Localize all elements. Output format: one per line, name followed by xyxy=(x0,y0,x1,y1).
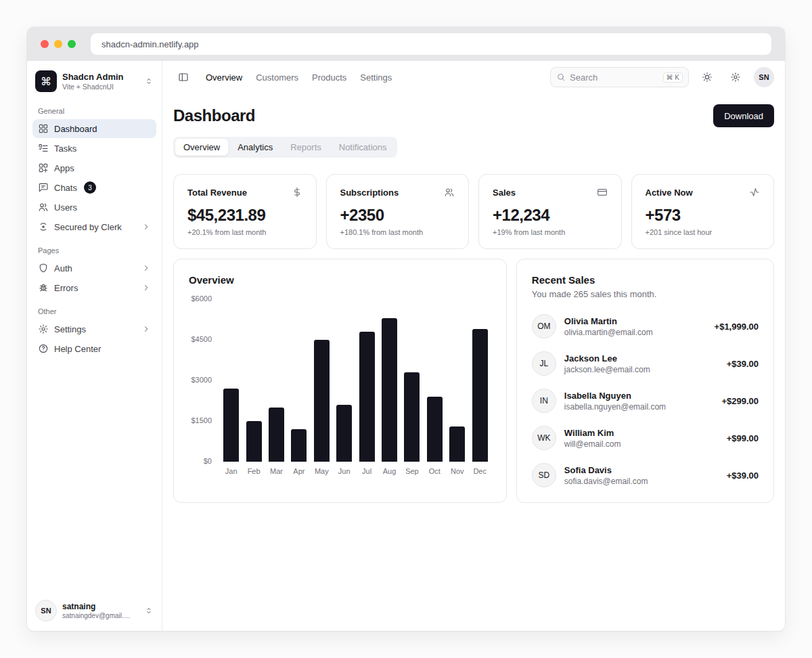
settings-button[interactable] xyxy=(725,67,746,87)
list-item: JL Jackson Lee jackson.lee@email.com +$3… xyxy=(532,351,759,376)
stat-card-active-now: Active Now +573 +201 since last hour xyxy=(631,174,775,249)
stats-row: Total Revenue $45,231.89 +20.1% from las… xyxy=(173,174,774,249)
list-item: IN Isabella Nguyen isabella.nguyen@email… xyxy=(532,389,759,413)
sale-email: olivia.martin@email.com xyxy=(564,328,653,337)
sale-name: William Kim xyxy=(564,428,621,438)
avatar: OM xyxy=(532,314,556,338)
sale-amount: +$1,999.00 xyxy=(715,322,759,332)
sun-icon xyxy=(702,72,713,83)
stat-change: +20.1% from last month xyxy=(187,228,302,236)
window-close-button[interactable] xyxy=(41,40,49,48)
gear-icon xyxy=(38,324,49,334)
bar-chart: $6000$4500$3000$1500$0 JanFebMarAprMayJu… xyxy=(189,299,491,475)
sidebar-item-tasks[interactable]: Tasks xyxy=(32,139,156,158)
sidebar-item-label: Users xyxy=(54,202,77,213)
sidebar-item-users[interactable]: Users xyxy=(32,198,156,217)
sidebar-item-apps[interactable]: Apps xyxy=(32,158,156,177)
sidebar-item-label: Dashboard xyxy=(54,124,97,134)
sidebar-item-secured-by-clerk[interactable]: Secured by Clerk xyxy=(32,217,156,236)
profile-avatar[interactable]: SN xyxy=(754,67,774,87)
recent-sales-list: OM Olivia Martin olivia.martin@email.com… xyxy=(532,314,759,487)
sidebar-section-other: Other xyxy=(32,298,156,320)
x-axis-label: Nov xyxy=(451,467,464,475)
chart-bar-mar: Mar xyxy=(265,299,288,475)
chart-bar-nov: Nov xyxy=(446,299,468,475)
chart-bar-aug: Aug xyxy=(378,299,401,475)
x-axis-label: May xyxy=(315,467,329,475)
chart-bar-sep: Sep xyxy=(401,299,423,475)
sale-name: Isabella Nguyen xyxy=(564,391,666,401)
sidebar-item-dashboard[interactable]: Dashboard xyxy=(32,119,156,138)
x-axis-label: Dec xyxy=(473,467,487,475)
chart-bar-jul: Jul xyxy=(355,299,378,475)
recent-sales-title: Recent Sales xyxy=(532,274,759,286)
sale-email: jackson.lee@email.com xyxy=(564,365,650,374)
theme-toggle-button[interactable] xyxy=(697,67,717,87)
desktop-background: shadcn-admin.netlify.app ⌘ Shadcn Admin … xyxy=(0,0,812,658)
tab-analytics[interactable]: Analytics xyxy=(229,139,281,156)
window-zoom-button[interactable] xyxy=(68,40,76,48)
stat-title: Active Now xyxy=(646,188,693,198)
credit-card-icon xyxy=(597,187,608,198)
stat-title: Sales xyxy=(493,188,516,198)
chevron-right-icon xyxy=(141,283,151,292)
sidebar-item-auth[interactable]: Auth xyxy=(32,259,156,278)
window-minimize-button[interactable] xyxy=(54,40,62,48)
url-bar[interactable]: shadcn-admin.netlify.app xyxy=(91,33,771,55)
sidebar-item-help-center[interactable]: Help Center xyxy=(32,339,156,358)
x-axis-label: Aug xyxy=(383,467,397,475)
avatar: WK xyxy=(532,426,556,450)
topbar-actions: ⌘ K SN xyxy=(550,67,774,87)
nav-link-customers[interactable]: Customers xyxy=(256,72,298,83)
sidebar-item-label: Auth xyxy=(54,263,72,273)
sidebar-user-menu[interactable]: SN satnaing satnaingdev@gmail.com xyxy=(32,596,156,623)
nav-link-overview[interactable]: Overview xyxy=(206,72,242,83)
sidebar: ⌘ Shadcn Admin Vite + ShadcnUI General D… xyxy=(27,61,162,631)
dollar-icon xyxy=(292,187,302,198)
list-item: OM Olivia Martin olivia.martin@email.com… xyxy=(532,314,759,338)
x-axis-label: Mar xyxy=(270,467,283,475)
sidebar-item-label: Help Center xyxy=(54,344,101,354)
stat-card-total-revenue: Total Revenue $45,231.89 +20.1% from las… xyxy=(173,174,317,249)
stat-card-sales: Sales +12,234 +19% from last month xyxy=(478,174,622,249)
nav-link-products[interactable]: Products xyxy=(312,72,346,83)
browser-window: shadcn-admin.netlify.app ⌘ Shadcn Admin … xyxy=(27,27,785,631)
recent-sales-subtitle: You made 265 sales this month. xyxy=(532,289,759,299)
sidebar-toggle-button[interactable] xyxy=(173,67,194,87)
checklist-icon xyxy=(38,143,49,154)
search-box[interactable]: ⌘ K xyxy=(550,67,689,87)
chart-bar-jun: Jun xyxy=(333,299,355,475)
chart-bar-feb: Feb xyxy=(242,299,265,475)
app-shell: ⌘ Shadcn Admin Vite + ShadcnUI General D… xyxy=(27,61,785,631)
search-icon xyxy=(556,72,566,82)
x-axis-label: Jul xyxy=(362,467,371,475)
users-icon xyxy=(38,202,49,213)
main-content: Overview Customers Products Settings ⌘ K xyxy=(162,61,785,631)
sidebar-item-settings[interactable]: Settings xyxy=(32,320,156,338)
search-input[interactable] xyxy=(570,72,659,83)
sidebar-item-label: Secured by Clerk xyxy=(54,222,122,232)
chats-badge: 3 xyxy=(84,181,96,194)
chart-bar-dec: Dec xyxy=(468,299,491,475)
url-text: shadcn-admin.netlify.app xyxy=(102,39,199,49)
sidebar-item-errors[interactable]: Errors xyxy=(32,278,156,297)
chart-bar-jan: Jan xyxy=(220,299,242,475)
tab-notifications[interactable]: Notifications xyxy=(331,139,395,156)
workspace-switcher[interactable]: ⌘ Shadcn Admin Vite + ShadcnUI xyxy=(32,68,156,97)
tab-overview[interactable]: Overview xyxy=(175,139,228,156)
help-icon xyxy=(38,343,49,354)
x-axis-label: Jun xyxy=(338,467,351,475)
nav-link-settings[interactable]: Settings xyxy=(360,72,392,83)
x-axis-label: Feb xyxy=(248,467,261,475)
command-icon: ⌘ xyxy=(35,70,57,92)
workspace-subtitle: Vite + ShadcnUI xyxy=(62,83,124,91)
sidebar-item-label: Tasks xyxy=(54,144,76,154)
tab-reports[interactable]: Reports xyxy=(282,139,330,156)
sidebar-item-label: Settings xyxy=(54,324,86,334)
sidebar-section-pages: Pages xyxy=(32,237,156,259)
sidebar-item-chats[interactable]: Chats 3 xyxy=(32,178,156,197)
bug-icon xyxy=(38,282,49,293)
chart-bar-apr: Apr xyxy=(288,299,310,475)
download-button[interactable]: Download xyxy=(713,104,774,127)
shield-icon xyxy=(38,263,49,273)
